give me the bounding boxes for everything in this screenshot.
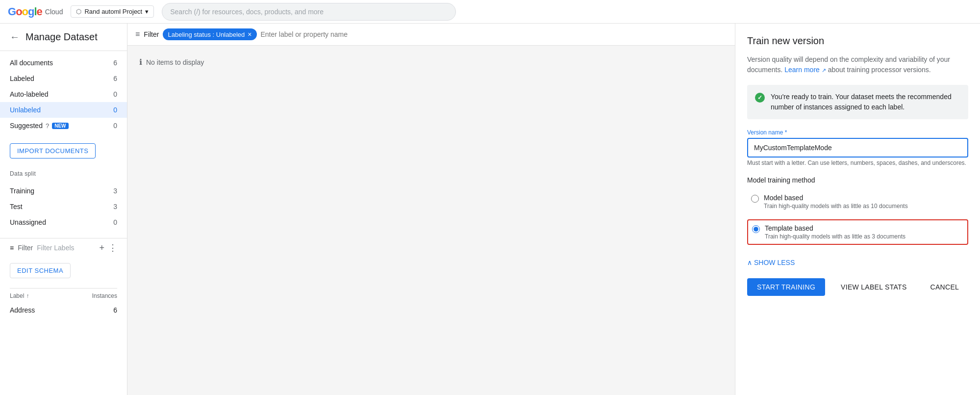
cloud-text: Cloud	[45, 8, 63, 16]
project-dots-icon: ⬡	[76, 8, 81, 15]
sidebar-item-unassigned[interactable]: Unassigned 0	[0, 214, 127, 230]
show-less-label: SHOW LESS	[754, 259, 795, 266]
training-method-section: Model training method Model based Train …	[747, 176, 968, 251]
label-sort-button[interactable]: Label ↑	[10, 292, 29, 299]
add-filter-icon[interactable]: +	[99, 243, 104, 253]
radio-model-based[interactable]: Model based Train high-quality models wi…	[747, 190, 968, 213]
instances-header-text: Instances	[92, 292, 117, 299]
project-selector[interactable]: ⬡ Rand automl Project ▾	[71, 5, 154, 18]
main-layout: ← Manage Dataset All documents 6 Labeled…	[0, 24, 980, 395]
left-panel: ← Manage Dataset All documents 6 Labeled…	[0, 24, 127, 395]
chevron-down-icon: ▾	[145, 8, 149, 15]
import-documents-button[interactable]: IMPORT DOCUMENTS	[10, 143, 96, 158]
label-count: 6	[113, 306, 117, 314]
suggested-count: 0	[113, 122, 117, 130]
more-options-icon[interactable]: ⋮	[108, 242, 117, 253]
label-name: Address	[10, 306, 35, 314]
labeled-count: 6	[113, 75, 117, 82]
sidebar-item-unlabeled[interactable]: Unlabeled 0	[0, 102, 127, 118]
label-header-text: Label	[10, 292, 24, 299]
start-training-button[interactable]: START TRAINING	[747, 278, 825, 296]
template-based-radio[interactable]	[752, 225, 760, 233]
test-label: Test	[10, 203, 23, 211]
panel-description: Version quality will depend on the compl…	[747, 54, 968, 75]
filter-bar-label: Filter	[144, 30, 159, 38]
chevron-up-icon: ∧	[747, 259, 752, 266]
filter-lines-icon: ≡	[10, 244, 14, 252]
filter-label-text: Filter	[18, 244, 33, 252]
model-based-radio[interactable]	[751, 195, 759, 203]
data-split-section: Training 3 Test 3 Unassigned 0	[0, 179, 127, 234]
content-area: ℹ No items to display	[127, 46, 735, 395]
model-based-content: Model based Train high-quality models wi…	[764, 194, 908, 210]
suggested-content: Suggested ? NEW	[10, 122, 69, 130]
suggested-label: Suggested	[10, 122, 43, 130]
sidebar-item-suggested[interactable]: Suggested ? NEW 0	[0, 118, 127, 133]
version-name-section: Version name * Must start with a letter.…	[747, 129, 968, 166]
training-method-title: Model training method	[747, 176, 968, 184]
all-documents-count: 6	[113, 59, 117, 67]
nav-section-documents: All documents 6 Labeled 6 Auto-labeled 0…	[0, 51, 127, 137]
filter-section: ≡ Filter Filter Labels + ⋮	[0, 238, 127, 257]
right-panel: Train new version Version quality will d…	[735, 24, 980, 395]
project-name: Rand automl Project	[84, 8, 142, 15]
version-name-hint: Must start with a letter. Can use letter…	[747, 159, 968, 166]
data-split-label: Data split	[0, 164, 127, 179]
sidebar-item-training[interactable]: Training 3	[0, 183, 127, 199]
sidebar-item-all-documents[interactable]: All documents 6	[0, 55, 127, 71]
filter-bar-icon: ≡	[135, 30, 140, 39]
page-header: ← Manage Dataset	[0, 24, 127, 51]
sidebar-item-labeled[interactable]: Labeled 6	[0, 71, 127, 86]
filter-bar: ≡ Filter Labeling status : Unlabeled ×	[127, 24, 735, 46]
labels-header: Label ↑ Instances	[10, 288, 117, 303]
page-title: Manage Dataset	[25, 31, 98, 43]
model-based-desc: Train high-quality models with as little…	[764, 203, 908, 210]
view-label-stats-button[interactable]: VIEW LABEL STATS	[833, 278, 914, 296]
auto-labeled-count: 0	[113, 90, 117, 98]
template-based-desc: Train high-quality models with as little…	[765, 233, 905, 240]
back-arrow-icon[interactable]: ←	[10, 31, 20, 43]
template-based-content: Template based Train high-quality models…	[765, 224, 905, 240]
show-less-button[interactable]: ∧ SHOW LESS	[747, 259, 968, 266]
filter-row: ≡ Filter Filter Labels + ⋮	[10, 242, 117, 253]
check-circle-icon	[755, 93, 765, 103]
model-based-label: Model based	[764, 194, 908, 202]
edit-schema-button[interactable]: EDIT SCHEMA	[10, 263, 71, 278]
top-navigation: Google Cloud ⬡ Rand automl Project ▾ Sea…	[0, 0, 980, 24]
panel-desc-suffix: about training processor versions.	[828, 66, 931, 74]
center-panel: ≡ Filter Labeling status : Unlabeled × ℹ…	[127, 24, 735, 395]
google-cloud-logo: Google Cloud	[8, 5, 63, 18]
version-name-label: Version name *	[747, 129, 968, 136]
help-icon[interactable]: ?	[46, 122, 49, 130]
filter-chip-close-icon[interactable]: ×	[248, 30, 251, 38]
label-filter-input[interactable]	[261, 30, 728, 38]
sidebar-item-auto-labeled[interactable]: Auto-labeled 0	[0, 86, 127, 102]
labels-table: Label ↑ Instances Address 6	[0, 284, 127, 321]
no-items-text: No items to display	[146, 58, 204, 66]
learn-more-link[interactable]: Learn more	[784, 66, 820, 74]
version-name-input[interactable]	[747, 138, 968, 158]
unassigned-count: 0	[113, 218, 117, 226]
search-placeholder: Search (/) for resources, docs, products…	[170, 8, 324, 16]
filter-labels-text: Filter Labels	[37, 244, 74, 252]
unlabeled-count: 0	[113, 106, 117, 114]
external-link-icon: ↗	[822, 67, 826, 73]
label-row-address: Address 6	[10, 303, 117, 317]
ready-box: You're ready to train. Your dataset meet…	[747, 85, 968, 119]
filter-chip[interactable]: Labeling status : Unlabeled ×	[163, 28, 256, 40]
ready-text: You're ready to train. Your dataset meet…	[771, 92, 960, 112]
search-bar[interactable]: Search (/) for resources, docs, products…	[162, 3, 456, 21]
cancel-button[interactable]: CANCEL	[923, 278, 967, 296]
training-label: Training	[10, 187, 34, 195]
info-icon: ℹ	[139, 57, 142, 67]
labeled-label: Labeled	[10, 75, 34, 82]
test-count: 3	[113, 203, 117, 211]
template-based-label: Template based	[765, 224, 905, 232]
panel-title: Train new version	[747, 35, 968, 47]
filter-chip-text: Labeling status : Unlabeled	[168, 31, 245, 38]
radio-template-based[interactable]: Template based Train high-quality models…	[747, 219, 968, 245]
sidebar-item-test[interactable]: Test 3	[0, 199, 127, 214]
new-badge: NEW	[52, 123, 68, 129]
unassigned-label: Unassigned	[10, 218, 46, 226]
auto-labeled-label: Auto-labeled	[10, 90, 49, 98]
